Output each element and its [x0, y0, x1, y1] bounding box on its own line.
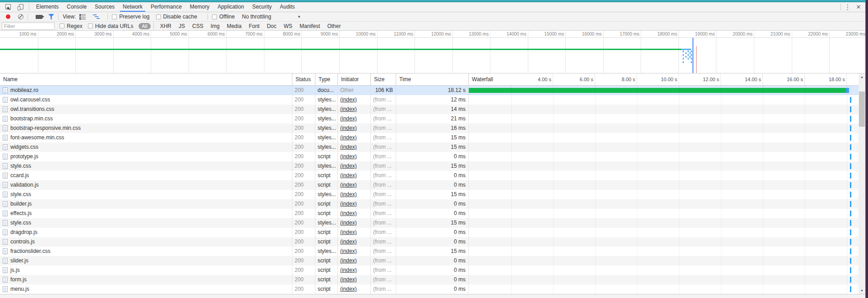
request-row[interactable]: widgets.css200styles...(index)(from ...1…	[0, 142, 859, 152]
initiator-link[interactable]: (index)	[340, 106, 357, 112]
request-row[interactable]: form.js200script(index)(from ...0 ms	[0, 275, 859, 284]
initiator-link[interactable]: (index)	[340, 220, 357, 226]
inspect-element-icon[interactable]	[5, 4, 12, 11]
initiator-link[interactable]: (index)	[340, 144, 357, 150]
request-row[interactable]: fractionslider.css200styles...(index)(fr…	[0, 247, 859, 256]
scroll-up-icon[interactable]: ▲	[859, 73, 865, 80]
column-header-size[interactable]: Size	[371, 73, 396, 85]
hide-data-urls-checkbox[interactable]: Hide data URLs	[88, 23, 134, 29]
column-header-name[interactable]: Name	[0, 73, 292, 85]
column-header-initiator[interactable]: Initiator	[338, 73, 371, 85]
initiator-link[interactable]: (index)	[340, 276, 357, 283]
request-row[interactable]: owl.carousel.css200styles...(index)(from…	[0, 95, 859, 105]
network-overview[interactable]: 1000 ms2000 ms3000 ms4000 ms5000 ms6000 …	[0, 31, 868, 73]
record-icon[interactable]	[6, 14, 10, 19]
column-header-waterfall[interactable]: Waterfall 4.00 s6.00 s8.00 s10.00 s12.00…	[469, 73, 859, 85]
request-row[interactable]: mobileaz.ro200docu...Other106 KB18.12 s	[0, 86, 859, 95]
request-row[interactable]: controls.js200script(index)(from ...0 ms	[0, 237, 859, 247]
scroll-down-icon[interactable]: ▼	[859, 287, 865, 294]
filter-input[interactable]	[2, 23, 55, 30]
initiator-link[interactable]: (index)	[340, 172, 357, 179]
initiator-link[interactable]: (index)	[340, 238, 357, 245]
column-header-type[interactable]: Type	[315, 73, 338, 85]
column-header-time[interactable]: Time	[396, 73, 469, 85]
request-row[interactable]: menu.js200script(index)(from ...0 ms	[0, 284, 859, 294]
filter-type-ws[interactable]: WS	[284, 23, 292, 29]
initiator-link[interactable]: (index)	[340, 191, 357, 197]
filter-type-js[interactable]: JS	[179, 23, 185, 29]
checkbox-icon[interactable]	[212, 14, 217, 19]
initiator-link[interactable]: (index)	[340, 134, 357, 141]
kebab-menu-icon[interactable]: ⋮	[843, 3, 853, 11]
request-row[interactable]: bootstrap-responsive.min.css200styles...…	[0, 124, 859, 133]
device-toolbar-icon[interactable]	[17, 4, 24, 11]
document-icon	[3, 173, 8, 179]
request-row[interactable]: style.css200styles...(index)(from ...15 …	[0, 218, 859, 228]
filter-type-doc[interactable]: Doc	[267, 23, 276, 29]
initiator-link[interactable]: (index)	[340, 248, 357, 254]
checkbox-icon[interactable]	[88, 23, 93, 28]
checkbox-icon[interactable]	[112, 14, 117, 19]
initiator-link[interactable]: (index)	[340, 153, 357, 160]
request-row[interactable]: bootstrap.min.css200styles...(index)(fro…	[0, 114, 859, 124]
request-row[interactable]: ccard.js200script(index)(from ...0 ms	[0, 171, 859, 180]
initiator-link[interactable]: (index)	[340, 210, 357, 216]
disable-cache-checkbox[interactable]: Disable cache	[156, 14, 197, 20]
throttling-select[interactable]: No throttling ▼	[242, 14, 301, 20]
filter-type-xhr[interactable]: XHR	[160, 23, 171, 29]
tab-console[interactable]: Console	[64, 2, 89, 12]
filter-funnel-icon[interactable]	[48, 14, 54, 19]
request-row[interactable]: style.css200styles...(index)(from ...15 …	[0, 190, 859, 199]
tab-performance[interactable]: Performance	[148, 2, 185, 12]
checkbox-icon[interactable]	[60, 23, 65, 28]
overview-gridline	[113, 31, 114, 73]
filter-type-manifest[interactable]: Manifest	[300, 23, 320, 29]
request-row[interactable]: dragdrop.js200script(index)(from ...0 ms	[0, 228, 859, 237]
filter-type-other[interactable]: Other	[327, 23, 341, 29]
tab-security[interactable]: Security	[249, 2, 274, 12]
request-row[interactable]: validation.js200script(index)(from ...0 …	[0, 180, 859, 190]
tab-audits[interactable]: Audits	[277, 2, 297, 12]
initiator-link[interactable]: (index)	[340, 229, 357, 235]
tab-sources[interactable]: Sources	[92, 2, 117, 12]
clear-icon[interactable]	[18, 14, 23, 19]
preserve-log-checkbox[interactable]: Preserve log	[112, 14, 149, 20]
request-row[interactable]: js.js200script(index)(from ...0 ms	[0, 266, 859, 275]
initiator-link[interactable]: (index)	[340, 125, 357, 131]
request-row[interactable]: effects.js200script(index)(from ...0 ms	[0, 209, 859, 218]
screenshot-capture-icon[interactable]	[36, 15, 42, 19]
regex-checkbox[interactable]: Regex	[60, 23, 83, 29]
filter-type-font[interactable]: Font	[249, 23, 259, 29]
filter-type-all[interactable]: All	[139, 23, 150, 29]
initiator-link[interactable]: (index)	[340, 115, 357, 122]
checkbox-icon[interactable]	[156, 14, 161, 19]
tab-memory[interactable]: Memory	[187, 2, 212, 12]
scrollbar-thumb[interactable]	[859, 92, 865, 127]
initiator-link[interactable]: (index)	[340, 96, 357, 103]
offline-checkbox[interactable]: Offline	[212, 14, 235, 20]
request-row[interactable]: slider.js200script(index)(from ...0 ms	[0, 256, 859, 266]
column-header-status[interactable]: Status	[292, 73, 315, 85]
initiator-link[interactable]: (index)	[340, 182, 357, 188]
initiator-link[interactable]: (index)	[340, 286, 357, 292]
request-row[interactable]: builder.js200script(index)(from ...0 ms	[0, 199, 859, 209]
tab-application[interactable]: Application	[215, 2, 247, 12]
request-row[interactable]: style.css200styles...(index)(from ...15 …	[0, 161, 859, 171]
large-rows-icon[interactable]	[79, 14, 86, 19]
filter-type-img[interactable]: Img	[211, 23, 220, 29]
request-row[interactable]: prototype.js200script(index)(from ...0 m…	[0, 152, 859, 161]
waterfall-header-gridline	[637, 73, 637, 85]
filter-type-css[interactable]: CSS	[192, 23, 203, 29]
close-icon[interactable]: ✕	[853, 4, 864, 10]
initiator-link[interactable]: (index)	[340, 267, 357, 273]
show-overview-icon[interactable]	[93, 14, 100, 19]
tab-network[interactable]: Network	[120, 2, 145, 12]
filter-type-media[interactable]: Media	[227, 23, 242, 29]
request-row[interactable]: owl.transitions.css200styles...(index)(f…	[0, 105, 859, 114]
initiator-link[interactable]: (index)	[340, 201, 357, 207]
initiator-link[interactable]: (index)	[340, 257, 357, 264]
request-row[interactable]: font-awesome.min.css200styles...(index)(…	[0, 133, 859, 142]
initiator-link[interactable]: (index)	[340, 163, 357, 169]
tab-elements[interactable]: Elements	[33, 2, 61, 12]
vertical-scrollbar[interactable]: ▲ ▼	[859, 73, 865, 294]
